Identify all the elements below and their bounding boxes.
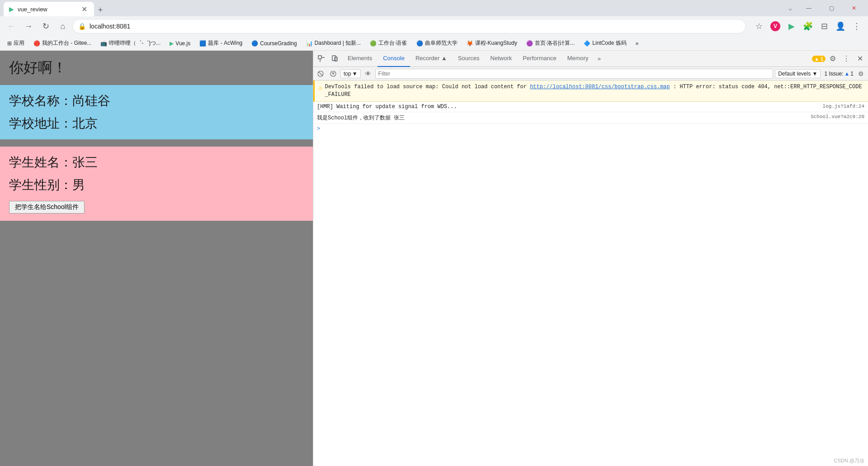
bookmark-apps[interactable]: ⊞ 应用 — [4, 38, 28, 48]
new-tab-button[interactable]: + — [94, 4, 107, 16]
bookmark-coursegrading-label: CourseGrading — [260, 40, 297, 47]
devtools-toolbar: Elements Console Recorder ▲ Sources Netw… — [313, 51, 868, 67]
bookmark-yuque[interactable]: 🟢 工作台·语雀 — [366, 38, 410, 48]
browser-chrome: ▶ vue_review ✕ + ⌵ — ▢ ✕ ← → ↻ ⌂ 🔒 local… — [0, 0, 868, 51]
bookmark-lintcode[interactable]: 🔷 LintCode 炼码 — [580, 38, 630, 48]
home-button[interactable]: ⌂ — [55, 19, 71, 34]
devtools-right-controls: ▲ 1 ⚙ ⋮ ✕ — [812, 52, 866, 65]
luogu-icon: 🟣 — [526, 40, 533, 47]
active-tab[interactable]: ▶ vue_review ✕ — [4, 2, 94, 16]
context-selector-label: top — [344, 71, 351, 77]
maximize-button[interactable]: ▢ — [821, 0, 842, 16]
greeting-text: 你好啊！ — [9, 59, 67, 76]
hmr-log-text: [HMR] Waiting for update signal from WDS… — [317, 104, 819, 110]
dashboard-icon: 📊 — [306, 40, 313, 47]
bookmark-bilibili[interactable]: 📺 哔哩哔哩（゜-゜)つ... — [97, 38, 164, 48]
devtools-settings-button[interactable]: ⚙ — [826, 52, 839, 65]
bookmark-acwing-label: 题库 - AcWing — [208, 39, 242, 47]
bookmark-lintcode-label: LintCode 炼码 — [592, 39, 626, 47]
tab-sources[interactable]: Sources — [453, 51, 485, 67]
bookmark-more[interactable]: » — [632, 39, 642, 48]
tab-recorder[interactable]: Recorder ▲ — [410, 51, 453, 67]
hmr-log-source[interactable]: log.js?1afd:24 — [823, 104, 864, 109]
device-toggle-button[interactable] — [329, 52, 341, 65]
student-gender-value: 男 — [72, 178, 85, 192]
console-filter-button[interactable] — [328, 68, 339, 79]
vue-extension-button[interactable]: ▶ — [784, 19, 799, 34]
log-levels-selector[interactable]: Default levels ▼ — [775, 69, 821, 78]
issues-count[interactable]: 1 Issue: ▲ 1 — [824, 71, 854, 77]
split-tab-button[interactable]: ⊟ — [816, 19, 832, 34]
webpage-preview: 你好啊！ 学校名称：尚硅谷 学校地址：北京 学生姓名：张三 学生性别：男 把学生… — [0, 51, 313, 466]
more-tabs-button[interactable]: » — [594, 51, 604, 67]
main-area: 你好啊！ 学校名称：尚硅谷 学校地址：北京 学生姓名：张三 学生性别：男 把学生… — [0, 51, 868, 466]
issue-badge[interactable]: ▲ 1 — [812, 56, 826, 62]
clear-console-button[interactable] — [315, 68, 326, 79]
bookmark-kuangstudy[interactable]: 🦊 课程-KuangStudy — [463, 38, 521, 48]
menu-button[interactable]: ⋮ — [849, 19, 864, 34]
back-button[interactable]: ← — [4, 19, 19, 34]
tab-bar: ▶ vue_review ✕ + — [4, 0, 107, 16]
tab-console[interactable]: Console — [377, 51, 410, 67]
address-bar[interactable]: 🔒 localhost:8081 — [72, 19, 746, 33]
log-levels-label: Default levels ▼ — [778, 71, 817, 77]
devtools-close-button[interactable]: ✕ — [854, 52, 866, 65]
console-warning-row: ⚠ DevTools failed to load source map: Co… — [313, 81, 868, 102]
devtools-tabs: Elements Console Recorder ▲ Sources Netw… — [342, 51, 811, 67]
bookmark-dashboard[interactable]: 📊 Dashboard | 知新... — [302, 38, 365, 48]
tab-favicon: ▶ — [9, 5, 14, 13]
issue-count-label: 1 Issue: — [824, 71, 843, 77]
eye-button[interactable]: 👁 — [363, 68, 373, 79]
extensions-button[interactable]: 🧩 — [800, 19, 816, 34]
tab-memory[interactable]: Memory — [562, 51, 594, 67]
refresh-button[interactable]: ↻ — [38, 19, 53, 34]
csdn-watermark: CSDN @乃汝 — [834, 457, 864, 464]
tabs-list-button[interactable]: ⌵ — [784, 2, 797, 14]
bookmark-vuejs[interactable]: ▶ Vue.js — [166, 39, 194, 48]
user-profile-button[interactable]: 👤 — [833, 19, 848, 34]
student-name-label: 学生姓名： — [9, 155, 72, 169]
svg-line-6 — [319, 72, 322, 76]
tab-close-button[interactable]: ✕ — [80, 5, 89, 14]
issue-number: 1 — [850, 71, 854, 77]
tab-performance[interactable]: Performance — [517, 51, 561, 67]
bookmark-gitee[interactable]: 🔴 我的工作台 - Gitee... — [30, 38, 95, 48]
console-filter-input[interactable] — [375, 69, 774, 79]
lock-icon: 🔒 — [78, 23, 86, 30]
bookmark-luogu[interactable]: 🟣 首页·洛谷|计算... — [523, 38, 578, 48]
sourcemap-link[interactable]: http://localhost:8081/css/bootstrap.css.… — [530, 84, 670, 90]
tab-elements[interactable]: Elements — [342, 51, 377, 67]
console-settings-button[interactable]: ⚙ — [855, 68, 866, 79]
console-log-hmr: [HMR] Waiting for update signal from WDS… — [313, 102, 868, 112]
console-prompt-row[interactable]: > — [313, 124, 868, 134]
bookmark-luogu-label: 首页·洛谷|计算... — [535, 39, 575, 47]
yuque-icon: 🟢 — [370, 40, 377, 47]
bookmark-bilibili-label: 哔哩哔哩（゜-゜)つ... — [109, 39, 160, 47]
console-log-school: 我是School组件，收到了数据 张三 School.vue?a2c9:20 — [313, 112, 868, 124]
profile-button[interactable]: V — [768, 19, 783, 34]
tab-network[interactable]: Network — [485, 51, 518, 67]
school-address-label: 学校地址： — [9, 116, 72, 130]
school-name-value: 尚硅谷 — [72, 94, 110, 108]
school-section: 学校名称：尚硅谷 学校地址：北京 — [0, 85, 313, 139]
send-to-school-button[interactable]: 把学生名给School组件 — [9, 201, 85, 214]
bookmark-coursegrading[interactable]: 🔵 CourseGrading — [248, 39, 300, 48]
school-log-text: 我是School组件，收到了数据 张三 — [317, 114, 807, 122]
bookmark-qfnu[interactable]: 🔵 曲阜师范大学 — [413, 38, 461, 48]
more-bookmarks-label: » — [636, 40, 639, 47]
devtools-more-button[interactable]: ⋮ — [840, 52, 853, 65]
warning-icon: ⚠ — [318, 84, 322, 91]
context-selector[interactable]: top ▼ — [340, 69, 361, 78]
forward-button[interactable]: → — [21, 19, 36, 34]
minimize-button[interactable]: — — [798, 0, 819, 16]
console-warning-text: DevTools failed to load source map: Coul… — [325, 83, 864, 99]
close-button[interactable]: ✕ — [844, 0, 864, 16]
inspect-element-button[interactable] — [315, 52, 328, 65]
bookmark-button[interactable]: ☆ — [751, 19, 767, 34]
bookmark-vuejs-label: Vue.js — [175, 40, 190, 47]
acwing-icon: 🟦 — [199, 40, 206, 47]
bookmark-acwing[interactable]: 🟦 题库 - AcWing — [196, 38, 246, 48]
school-log-source[interactable]: School.vue?a2c9:20 — [811, 114, 864, 119]
issue-triangle-icon: ▲ — [844, 71, 849, 77]
bookmark-qfnu-label: 曲阜师范大学 — [425, 39, 458, 47]
